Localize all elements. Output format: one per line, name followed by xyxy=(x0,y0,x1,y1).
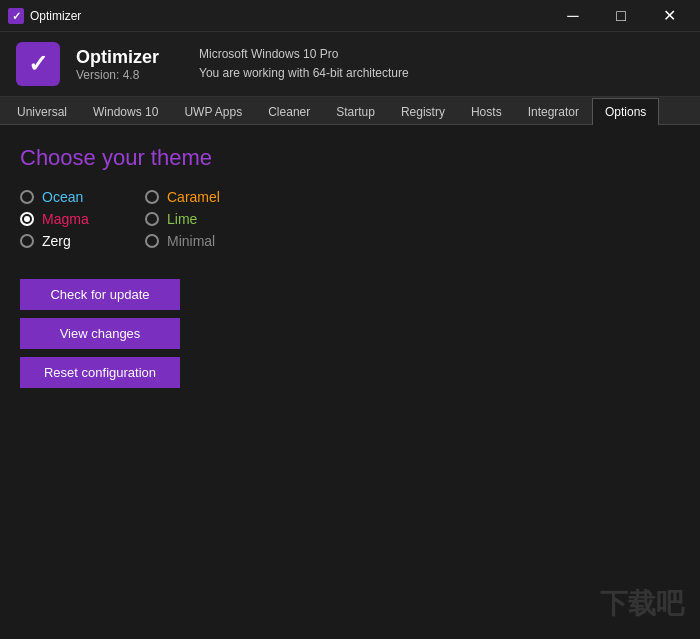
svg-text:✓: ✓ xyxy=(12,10,21,22)
title-bar-title: Optimizer xyxy=(30,9,81,23)
app-logo: ✓ xyxy=(16,42,60,86)
close-button[interactable]: ✕ xyxy=(646,0,692,32)
title-bar-left: ✓ Optimizer xyxy=(8,8,81,24)
tab-registry[interactable]: Registry xyxy=(388,98,458,125)
radio-magma[interactable] xyxy=(20,212,34,226)
theme-option-lime[interactable]: Lime xyxy=(145,211,260,227)
radio-minimal[interactable] xyxy=(145,234,159,248)
app-icon: ✓ xyxy=(8,8,24,24)
tab-universal[interactable]: Universal xyxy=(4,98,80,125)
theme-label-zerg: Zerg xyxy=(42,233,71,249)
tab-windows10[interactable]: Windows 10 xyxy=(80,98,171,125)
radio-caramel[interactable] xyxy=(145,190,159,204)
minimize-button[interactable]: ─ xyxy=(550,0,596,32)
check-update-button[interactable]: Check for update xyxy=(20,279,180,310)
theme-label-minimal: Minimal xyxy=(167,233,215,249)
radio-zerg[interactable] xyxy=(20,234,34,248)
app-info: Optimizer Version: 4.8 xyxy=(76,47,159,82)
system-line2: You are working with 64-bit architecture xyxy=(199,64,409,83)
theme-option-zerg[interactable]: Zerg xyxy=(20,233,135,249)
content-area: Choose your theme Ocean Caramel Magma Li… xyxy=(0,125,700,635)
action-buttons: Check for update View changes Reset conf… xyxy=(20,279,170,388)
radio-ocean[interactable] xyxy=(20,190,34,204)
tab-integrator[interactable]: Integrator xyxy=(515,98,592,125)
theme-option-ocean[interactable]: Ocean xyxy=(20,189,135,205)
tabs-bar: Universal Windows 10 UWP Apps Cleaner St… xyxy=(0,97,700,125)
theme-label-lime: Lime xyxy=(167,211,197,227)
tab-hosts[interactable]: Hosts xyxy=(458,98,515,125)
tab-options[interactable]: Options xyxy=(592,98,659,125)
watermark: 下载吧 xyxy=(600,585,684,623)
app-version: Version: 4.8 xyxy=(76,68,159,82)
tab-startup[interactable]: Startup xyxy=(323,98,388,125)
title-bar-controls: ─ □ ✕ xyxy=(550,0,692,32)
theme-label-magma: Magma xyxy=(42,211,89,227)
tab-cleaner[interactable]: Cleaner xyxy=(255,98,323,125)
theme-section-title: Choose your theme xyxy=(20,145,680,171)
theme-option-caramel[interactable]: Caramel xyxy=(145,189,260,205)
theme-grid: Ocean Caramel Magma Lime Zerg Minimal xyxy=(20,189,260,249)
radio-lime[interactable] xyxy=(145,212,159,226)
app-name: Optimizer xyxy=(76,47,159,68)
theme-option-minimal[interactable]: Minimal xyxy=(145,233,260,249)
title-bar: ✓ Optimizer ─ □ ✕ xyxy=(0,0,700,32)
app-header: ✓ Optimizer Version: 4.8 Microsoft Windo… xyxy=(0,32,700,97)
theme-label-caramel: Caramel xyxy=(167,189,220,205)
view-changes-button[interactable]: View changes xyxy=(20,318,180,349)
logo-checkmark: ✓ xyxy=(28,50,48,78)
app-system: Microsoft Windows 10 Pro You are working… xyxy=(199,45,409,83)
theme-option-magma[interactable]: Magma xyxy=(20,211,135,227)
tab-uwp[interactable]: UWP Apps xyxy=(171,98,255,125)
maximize-button[interactable]: □ xyxy=(598,0,644,32)
theme-label-ocean: Ocean xyxy=(42,189,83,205)
system-line1: Microsoft Windows 10 Pro xyxy=(199,45,409,64)
reset-config-button[interactable]: Reset configuration xyxy=(20,357,180,388)
